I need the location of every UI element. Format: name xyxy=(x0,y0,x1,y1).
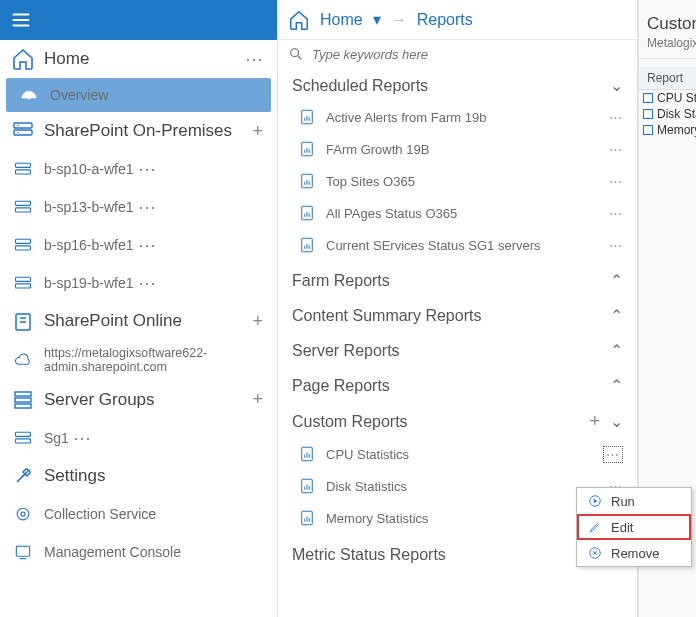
home-icon[interactable] xyxy=(288,9,310,31)
svg-point-4 xyxy=(17,132,19,134)
report-icon xyxy=(296,106,318,128)
more-icon[interactable]: ⋯ xyxy=(69,427,95,449)
report-item-cpu[interactable]: CPU Statistics⋯ xyxy=(278,438,637,470)
more-icon[interactable]: ⋯ xyxy=(609,238,623,253)
search-bar[interactable] xyxy=(278,40,637,66)
chevron-up-icon[interactable]: ⌃ xyxy=(610,376,623,395)
context-run[interactable]: Run xyxy=(577,488,691,514)
right-subtitle: Metalogix xyxy=(639,34,696,59)
svg-rect-18 xyxy=(16,439,31,443)
more-icon[interactable]: ⋯ xyxy=(609,110,623,125)
sidebar-server-3[interactable]: b-sp19-b-wfe1 ⋯ xyxy=(0,264,277,302)
svg-rect-6 xyxy=(16,170,31,174)
section-page-label: Page Reports xyxy=(292,377,610,395)
svg-rect-15 xyxy=(15,398,31,402)
sidebar-overview-label: Overview xyxy=(50,87,108,103)
section-content-label: Content Summary Reports xyxy=(292,307,610,325)
more-icon[interactable]: ⋯ xyxy=(134,272,160,294)
context-menu: Run Edit Remove xyxy=(576,487,692,567)
more-icon[interactable]: ⋯ xyxy=(241,48,267,70)
chevron-up-icon[interactable]: ⌃ xyxy=(610,271,623,290)
more-icon[interactable]: ⋯ xyxy=(603,446,623,463)
more-icon[interactable]: ⋯ xyxy=(134,158,160,180)
section-metric-label: Metric Status Reports xyxy=(292,546,589,564)
add-icon[interactable]: + xyxy=(248,311,267,332)
more-icon[interactable]: ⋯ xyxy=(609,206,623,221)
server-icon xyxy=(10,194,36,220)
sidebar-sp-online-url-label: https://metalogixsoftware622-admin.share… xyxy=(44,346,267,375)
chevron-down-icon[interactable]: ⌄ xyxy=(610,412,623,431)
report-icon xyxy=(296,475,318,497)
add-icon[interactable]: + xyxy=(248,389,267,410)
close-circle-icon xyxy=(587,545,603,561)
context-remove[interactable]: Remove xyxy=(577,540,691,566)
more-icon[interactable]: ⋯ xyxy=(609,174,623,189)
sidebar-sg-0[interactable]: Sg1 ⋯ xyxy=(0,419,277,457)
context-edit[interactable]: Edit xyxy=(577,514,691,540)
add-icon[interactable]: + xyxy=(589,411,600,432)
chevron-up-icon[interactable]: ⌃ xyxy=(610,341,623,360)
square-icon xyxy=(643,93,653,103)
sidebar-server-groups-label: Server Groups xyxy=(44,390,248,410)
chevron-down-icon[interactable]: ⌄ xyxy=(610,76,623,95)
report-icon xyxy=(296,507,318,529)
sidebar-sp-onprem[interactable]: SharePoint On-Premises + xyxy=(0,112,277,150)
right-title: Custom xyxy=(639,0,696,34)
sidebar-server-1[interactable]: b-sp13-b-wfe1 ⋯ xyxy=(0,188,277,226)
wrench-icon xyxy=(10,463,36,489)
right-item-label: CPU Statistics xyxy=(657,91,696,105)
breadcrumb-current[interactable]: Reports xyxy=(417,11,473,29)
section-page[interactable]: Page Reports⌃ xyxy=(278,366,637,401)
breadcrumb-home[interactable]: Home xyxy=(320,11,363,29)
section-scheduled[interactable]: Scheduled Reports ⌄ xyxy=(278,66,637,101)
sidebar-home[interactable]: Home ⋯ xyxy=(0,40,277,78)
svg-rect-10 xyxy=(16,246,31,250)
report-item[interactable]: Current SErvices Status SG1 servers⋯ xyxy=(278,229,637,261)
section-farm[interactable]: Farm Reports⌃ xyxy=(278,261,637,296)
report-item[interactable]: Top Sites O365⋯ xyxy=(278,165,637,197)
server-icon xyxy=(10,270,36,296)
sidebar-settings-0[interactable]: Collection Service xyxy=(0,495,277,533)
search-input[interactable] xyxy=(312,47,627,62)
more-icon[interactable]: ⋯ xyxy=(134,234,160,256)
chevron-down-icon[interactable]: ▾ xyxy=(373,10,381,29)
server-icon xyxy=(10,232,36,258)
report-label: Memory Statistics xyxy=(326,511,609,526)
report-label: Disk Statistics xyxy=(326,479,609,494)
server-rack-icon xyxy=(10,118,36,144)
sidebar-server-label: b-sp13-b-wfe1 xyxy=(44,199,134,215)
chevron-up-icon[interactable]: ⌃ xyxy=(610,306,623,325)
sidebar-server-groups[interactable]: Server Groups + xyxy=(0,381,277,419)
svg-rect-11 xyxy=(16,277,31,281)
add-icon[interactable]: + xyxy=(248,121,267,142)
sidebar-server-0[interactable]: b-sp10-a-wfe1 ⋯ xyxy=(0,150,277,188)
right-item[interactable]: Disk Statistics xyxy=(639,106,696,122)
sidebar-server-2[interactable]: b-sp16-b-wfe1 ⋯ xyxy=(0,226,277,264)
report-icon xyxy=(296,443,318,465)
sidebar-overview[interactable]: Overview xyxy=(6,78,271,112)
sidebar-settings-1[interactable]: Management Console xyxy=(0,533,277,571)
right-item[interactable]: Memory Statistics xyxy=(639,122,696,138)
sidebar-settings[interactable]: Settings xyxy=(0,457,277,495)
report-label: Current SErvices Status SG1 servers xyxy=(326,238,609,253)
section-content[interactable]: Content Summary Reports⌃ xyxy=(278,296,637,331)
hamburger-menu[interactable] xyxy=(0,0,277,40)
report-item[interactable]: FArm Growth 19B⋯ xyxy=(278,133,637,165)
sidebar-sp-online[interactable]: SharePoint Online + xyxy=(0,302,277,340)
play-icon xyxy=(587,493,603,509)
report-label: FArm Growth 19B xyxy=(326,142,609,157)
section-server[interactable]: Server Reports⌃ xyxy=(278,331,637,366)
right-colhead[interactable]: Report xyxy=(639,67,696,90)
section-farm-label: Farm Reports xyxy=(292,272,610,290)
more-icon[interactable]: ⋯ xyxy=(609,142,623,157)
report-item[interactable]: All PAges Status O365⋯ xyxy=(278,197,637,229)
more-icon[interactable]: ⋯ xyxy=(134,196,160,218)
console-icon xyxy=(10,539,36,565)
report-item[interactable]: Active Alerts from Farm 19b⋯ xyxy=(278,101,637,133)
sidebar-sp-online-url[interactable]: https://metalogixsoftware622-admin.share… xyxy=(0,340,277,381)
right-item[interactable]: CPU Statistics xyxy=(639,90,696,106)
sidebar-settings-item-label: Collection Service xyxy=(44,506,156,522)
section-custom[interactable]: Custom Reports+⌄ xyxy=(278,401,637,438)
section-scheduled-label: Scheduled Reports xyxy=(292,77,610,95)
report-icon xyxy=(296,138,318,160)
